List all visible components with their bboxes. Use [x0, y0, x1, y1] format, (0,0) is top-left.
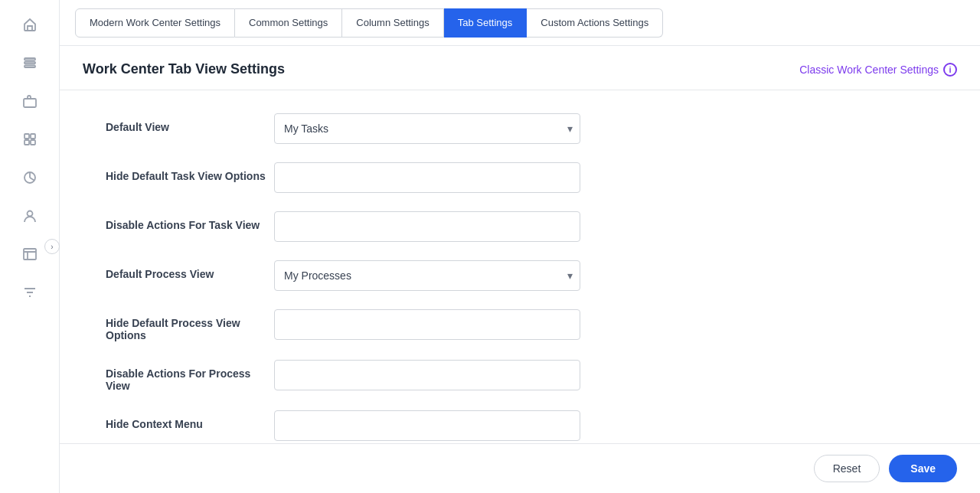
svg-rect-7	[31, 140, 35, 145]
svg-rect-4	[24, 134, 29, 139]
hide-default-task-view-label: Hide Default Task View Options	[106, 162, 274, 182]
tab-common-settings[interactable]: Common Settings	[235, 8, 342, 38]
hide-context-menu-wrap	[274, 410, 580, 441]
list-icon[interactable]	[13, 46, 47, 80]
info-icon: i	[943, 63, 957, 77]
svg-rect-2	[24, 66, 35, 68]
sidebar-expand-button[interactable]: ›	[44, 239, 60, 254]
hide-default-process-view-label: Hide Default Process View Options	[106, 309, 274, 341]
disable-actions-process-view-input[interactable]	[274, 360, 580, 390]
chart-icon[interactable]	[13, 161, 47, 194]
save-button[interactable]: Save	[889, 455, 957, 482]
hide-default-task-view-row: Hide Default Task View Options	[106, 162, 934, 193]
disable-actions-task-view-label: Disable Actions For Task View	[106, 211, 274, 231]
svg-rect-5	[31, 134, 35, 139]
svg-rect-6	[24, 140, 29, 145]
classic-link-label: Classic Work Center Settings	[799, 64, 939, 76]
tab-custom-actions-settings[interactable]: Custom Actions Settings	[527, 8, 663, 38]
hide-default-process-view-input[interactable]	[274, 309, 580, 340]
default-view-select-wrap: My Tasks All Tasks Team Tasks ▾	[274, 113, 580, 144]
disable-actions-process-view-label: Disable Actions For Process View	[106, 360, 274, 392]
hide-default-process-view-wrap	[274, 309, 580, 340]
default-view-row: Default View My Tasks All Tasks Team Tas…	[106, 113, 934, 144]
home-icon[interactable]	[13, 8, 47, 41]
classic-work-center-link[interactable]: Classic Work Center Settings i	[799, 63, 957, 77]
default-process-view-select[interactable]: My Processes All Processes Team Processe…	[274, 260, 580, 291]
svg-rect-0	[24, 58, 35, 60]
hide-context-menu-label: Hide Context Menu	[106, 410, 274, 430]
default-process-view-select-wrap: My Processes All Processes Team Processe…	[274, 260, 580, 291]
reset-button[interactable]: Reset	[814, 455, 880, 482]
hide-context-menu-row: Hide Context Menu	[106, 410, 934, 441]
hide-default-task-view-wrap	[274, 162, 580, 193]
tab-modern-work-center-settings[interactable]: Modern Work Center Settings	[75, 8, 235, 38]
table-icon[interactable]	[13, 237, 47, 271]
hide-default-process-view-row: Hide Default Process View Options	[106, 309, 934, 341]
user-icon[interactable]	[13, 199, 47, 233]
svg-rect-10	[24, 249, 36, 260]
content-area: Work Center Tab View Settings Classic Wo…	[60, 46, 980, 443]
svg-rect-3	[24, 99, 36, 107]
page-header: Work Center Tab View Settings Classic Wo…	[60, 46, 980, 90]
disable-actions-task-view-input[interactable]	[274, 211, 580, 242]
default-view-select[interactable]: My Tasks All Tasks Team Tasks	[274, 113, 580, 144]
disable-actions-process-view-row: Disable Actions For Process View	[106, 360, 934, 392]
disable-actions-task-view-row: Disable Actions For Task View	[106, 211, 934, 242]
form-area: Default View My Tasks All Tasks Team Tas…	[60, 90, 980, 443]
default-process-view-label: Default Process View	[106, 260, 274, 280]
default-view-label: Default View	[106, 113, 274, 133]
tab-column-settings[interactable]: Column Settings	[342, 8, 443, 38]
tab-tab-settings[interactable]: Tab Settings	[444, 8, 528, 38]
briefcase-icon[interactable]	[13, 84, 47, 118]
default-process-view-row: Default Process View My Processes All Pr…	[106, 260, 934, 291]
main-content: Modern Work Center Settings Common Setti…	[60, 0, 980, 493]
svg-point-9	[27, 211, 32, 217]
disable-actions-process-view-wrap	[274, 360, 580, 390]
disable-actions-task-view-wrap	[274, 211, 580, 242]
page-title: Work Center Tab View Settings	[83, 61, 285, 77]
tab-bar: Modern Work Center Settings Common Setti…	[60, 0, 980, 46]
filter-icon[interactable]	[13, 276, 47, 309]
footer: Reset Save	[60, 443, 980, 493]
hide-context-menu-input[interactable]	[274, 410, 580, 441]
svg-rect-1	[24, 62, 35, 64]
grid-icon[interactable]	[13, 122, 47, 156]
hide-default-task-view-input[interactable]	[274, 162, 580, 193]
